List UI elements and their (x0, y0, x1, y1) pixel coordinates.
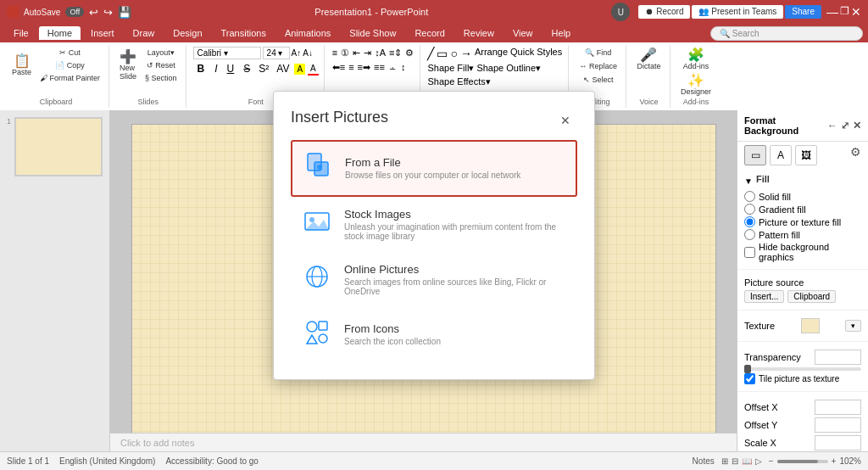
svg-rect-12 (319, 322, 327, 330)
dialog-overlay: Insert Pictures ✕ From a File Browse fil… (0, 0, 868, 470)
svg-point-4 (317, 165, 322, 170)
insert-dialog: Insert Pictures ✕ From a File Browse fil… (273, 91, 595, 380)
option-from-icons[interactable]: From Icons Search the icon collection (291, 307, 577, 362)
online-pictures-desc: Search images from online sources like B… (344, 277, 566, 296)
online-pictures-icon (302, 261, 332, 298)
from-file-icon (303, 150, 333, 187)
svg-point-11 (307, 322, 317, 332)
stock-images-desc: Unleash your imagination with premium co… (344, 222, 566, 241)
from-icons-title: From Icons (344, 322, 441, 335)
from-file-title: From a File (345, 156, 520, 169)
svg-marker-7 (305, 220, 329, 230)
from-file-desc: Browse files on your computer or local n… (345, 171, 520, 180)
online-pictures-title: Online Pictures (344, 263, 566, 276)
dialog-title: Insert Pictures (291, 109, 577, 126)
dialog-close-btn[interactable]: ✕ (560, 114, 570, 127)
stock-images-title: Stock Images (344, 208, 566, 221)
option-online-pictures[interactable]: Online Pictures Search images from onlin… (291, 252, 577, 307)
option-from-file[interactable]: From a File Browse files on your compute… (291, 140, 577, 197)
svg-marker-13 (307, 335, 317, 344)
from-icons-desc: Search the icon collection (344, 337, 441, 346)
option-stock-images[interactable]: Stock Images Unleash your imagination wi… (291, 197, 577, 252)
svg-point-14 (319, 334, 327, 343)
stock-images-icon (302, 206, 332, 243)
from-icons-icon (302, 316, 332, 353)
